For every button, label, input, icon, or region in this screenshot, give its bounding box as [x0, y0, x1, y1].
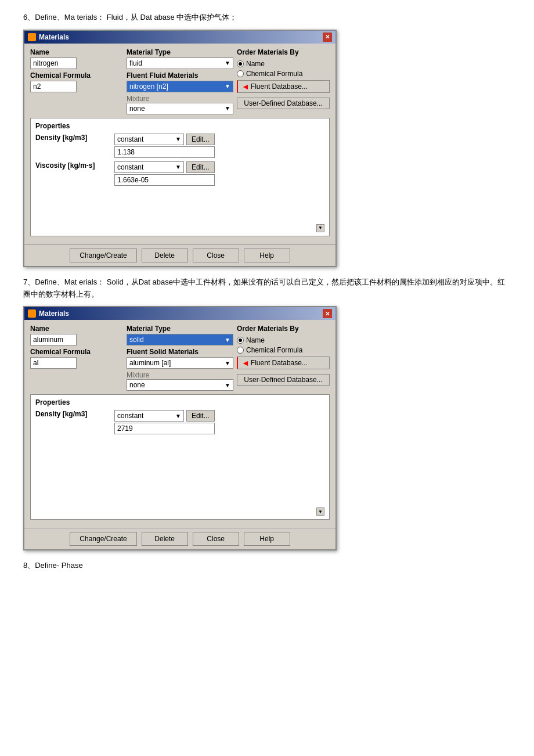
- viscosity-value-1[interactable]: 1.663e-05: [114, 174, 215, 186]
- name-input-1[interactable]: nitrogen: [30, 57, 77, 69]
- chem-formula-input-2[interactable]: al: [30, 357, 77, 369]
- density-row-2: Density [kg/m3] constant ▼ Edit... 2719: [35, 410, 324, 434]
- fluent-solid-label-2: Fluent Solid Materials: [127, 348, 233, 356]
- mixture-arrow-2: ▼: [225, 382, 230, 388]
- step8-instruction: 8、Define- Phase: [23, 560, 511, 572]
- close-button-2[interactable]: Close: [193, 532, 239, 546]
- order-by-column-1: Order Materials By Name Chemical Formula…: [237, 48, 330, 114]
- dialog-titlebar-1: Materials ✕: [24, 31, 335, 44]
- radio-group-2: Name Chemical Formula: [237, 336, 330, 354]
- mixture-dropdown-1[interactable]: none ▼: [127, 103, 233, 114]
- radio-chem-1[interactable]: Chemical Formula: [237, 70, 330, 78]
- scroll-down-1[interactable]: ▼: [316, 224, 324, 232]
- name-input-2[interactable]: aluminum: [30, 334, 77, 345]
- fluent-fluid-dropdown-1[interactable]: nitrogen [n2] ▼: [127, 81, 233, 92]
- radio-name-label-2: Name: [246, 336, 265, 344]
- material-type-dropdown-1[interactable]: fluid ▼: [127, 57, 233, 69]
- scroll-area-2: ▼: [35, 507, 324, 516]
- close-x-button-1[interactable]: ✕: [323, 33, 332, 42]
- density-method-dropdown-2[interactable]: constant ▼: [114, 410, 184, 422]
- density-edit-button-1[interactable]: Edit...: [186, 134, 215, 145]
- dialog-body-1: Name nitrogen Chemical Formula n2 Materi…: [24, 44, 335, 244]
- viscosity-arrow-1: ▼: [175, 164, 181, 170]
- density-value-2[interactable]: 2719: [114, 423, 215, 434]
- viscosity-method-controls-1: constant ▼ Edit...: [114, 161, 215, 173]
- mixture-dropdown-2[interactable]: none ▼: [127, 379, 233, 391]
- delete-button-2[interactable]: Delete: [142, 532, 188, 546]
- mixture-label-1: Mixture: [127, 95, 233, 103]
- delete-button-1[interactable]: Delete: [142, 249, 188, 262]
- fluent-fluid-label-1: Fluent Fluid Materials: [127, 71, 233, 80]
- viscosity-method-dropdown-1[interactable]: constant ▼: [114, 161, 184, 173]
- radio-dot-chem-1: [237, 70, 244, 77]
- properties-title-1: Properties: [35, 122, 324, 130]
- radio-chem-label-1: Chemical Formula: [246, 70, 302, 78]
- density-method-controls-1: constant ▼ Edit...: [114, 134, 215, 145]
- radio-name-1[interactable]: Name: [237, 60, 330, 68]
- radio-chem-2[interactable]: Chemical Formula: [237, 346, 330, 354]
- radio-name-2[interactable]: Name: [237, 336, 330, 344]
- scroll-down-2[interactable]: ▼: [316, 507, 324, 516]
- properties-section-1: Properties Density [kg/m3] constant ▼ Ed…: [30, 118, 330, 236]
- materials-dialog-solid: Materials ✕ Name aluminum Chemical Formu…: [23, 306, 337, 550]
- radio-group-1: Name Chemical Formula: [237, 60, 330, 78]
- density-method-dropdown-1[interactable]: constant ▼: [114, 134, 184, 145]
- viscosity-controls-1: constant ▼ Edit... 1.663e-05: [114, 161, 215, 186]
- fluent-solid-arrow-2: ▼: [225, 360, 230, 366]
- mixture-label-2: Mixture: [127, 371, 233, 379]
- dialog-body-2: Name aluminum Chemical Formula al Materi…: [24, 320, 335, 528]
- properties-spacer-2: [35, 438, 324, 507]
- density-controls-2: constant ▼ Edit... 2719: [114, 410, 215, 434]
- order-by-label-1: Order Materials By: [237, 48, 330, 56]
- close-x-button-2[interactable]: ✕: [323, 309, 332, 318]
- chem-formula-label-1: Chemical Formula: [30, 71, 123, 80]
- fluent-database-button-2[interactable]: ◄ Fluent Database...: [237, 357, 330, 369]
- material-type-column-1: Material Type fluid ▼ Fluent Fluid Mater…: [127, 48, 233, 114]
- fluent-fluid-arrow-1: ▼: [225, 83, 230, 89]
- dialog-titlebar-2: Materials ✕: [24, 307, 335, 320]
- material-type-label-1: Material Type: [127, 48, 233, 56]
- mixture-section-1: Mixture none ▼: [127, 95, 233, 114]
- fluent-db-label-1: Fluent Database...: [251, 82, 308, 91]
- fluent-database-button-1[interactable]: ◄ Fluent Database...: [237, 80, 330, 93]
- density-arrow-1: ▼: [175, 136, 181, 142]
- radio-dot-name-2: [237, 337, 244, 344]
- density-label-2: Density [kg/m3]: [35, 410, 111, 418]
- materials-icon-2: [28, 309, 36, 318]
- name-label-1: Name: [30, 48, 123, 56]
- density-controls-1: constant ▼ Edit... 1.138: [114, 134, 215, 158]
- scroll-area-1: ▼: [35, 224, 324, 232]
- fluent-solid-dropdown-2[interactable]: aluminum [al] ▼: [127, 357, 233, 369]
- change-create-button-1[interactable]: Change/Create: [70, 249, 136, 262]
- density-value-1[interactable]: 1.138: [114, 146, 215, 158]
- help-button-2[interactable]: Help: [244, 532, 290, 546]
- titlebar-left-2: Materials: [28, 309, 69, 318]
- name-label-2: Name: [30, 325, 123, 333]
- chem-formula-input-1[interactable]: n2: [30, 81, 77, 92]
- order-by-label-2: Order Materials By: [237, 325, 330, 333]
- materials-dialog-fluid: Materials ✕ Name nitrogen Chemical Formu…: [23, 30, 337, 267]
- properties-spacer-1: [35, 189, 324, 224]
- radio-chem-label-2: Chemical Formula: [246, 346, 302, 354]
- dialog-title-1: Materials: [39, 33, 69, 41]
- properties-section-2: Properties Density [kg/m3] constant ▼ Ed…: [30, 394, 330, 520]
- density-edit-button-2[interactable]: Edit...: [186, 410, 215, 422]
- material-type-arrow-1: ▼: [225, 60, 230, 66]
- viscosity-edit-button-1[interactable]: Edit...: [186, 161, 215, 173]
- materials-icon-1: [28, 33, 36, 41]
- change-create-button-2[interactable]: Change/Create: [70, 532, 136, 546]
- step6-instruction: 6、Define、Ma terials： Fluid，从 Dat abase 中…: [23, 12, 511, 24]
- db-arrow-icon-1: ◄: [241, 82, 250, 91]
- material-type-dropdown-2[interactable]: solid ▼: [127, 334, 233, 345]
- user-defined-button-2[interactable]: User-Defined Database...: [237, 374, 330, 386]
- fluent-db-label-2: Fluent Database...: [251, 359, 308, 367]
- density-row-1: Density [kg/m3] constant ▼ Edit... 1.138: [35, 134, 324, 158]
- name-column-2: Name aluminum Chemical Formula al: [30, 325, 123, 391]
- density-label-1: Density [kg/m3]: [35, 134, 111, 142]
- help-button-1[interactable]: Help: [244, 249, 290, 262]
- close-button-1[interactable]: Close: [193, 249, 239, 262]
- dialog-footer-2: Change/Create Delete Close Help: [24, 528, 335, 549]
- user-defined-button-1[interactable]: User-Defined Database...: [237, 98, 330, 109]
- mixture-arrow-1: ▼: [225, 105, 230, 111]
- titlebar-left-1: Materials: [28, 33, 69, 41]
